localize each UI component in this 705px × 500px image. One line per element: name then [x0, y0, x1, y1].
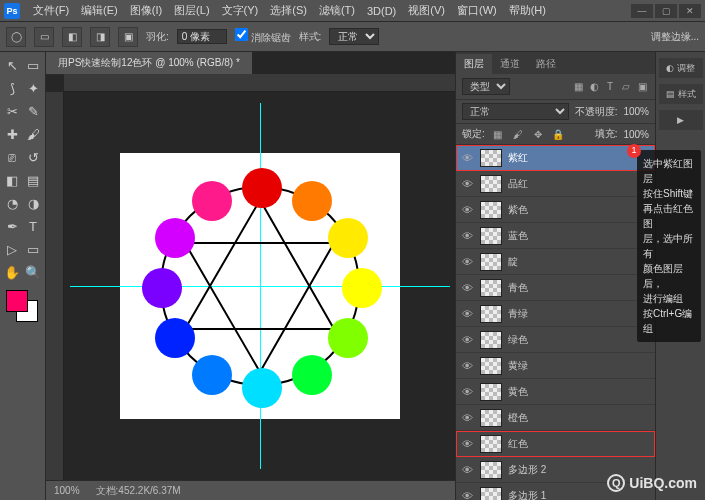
minimize-button[interactable]: — [631, 4, 653, 18]
filter-smart-icon[interactable]: ▣ [635, 80, 649, 94]
type-tool-icon[interactable]: T [23, 215, 43, 237]
marquee-sub-icon[interactable]: ◨ [90, 27, 110, 47]
crop-tool-icon[interactable]: ✂ [2, 100, 22, 122]
visibility-icon[interactable]: 👁 [460, 386, 474, 398]
tool-preset-icon[interactable]: ◯ [6, 27, 26, 47]
antialias-checkbox[interactable]: 消除锯齿 [235, 28, 291, 45]
eyedropper-tool-icon[interactable]: ✎ [23, 100, 43, 122]
visibility-icon[interactable]: 👁 [460, 334, 474, 346]
fill-value[interactable]: 100% [623, 129, 649, 140]
play-icon[interactable]: ▶ [659, 110, 703, 130]
filter-type-icon[interactable]: T [603, 80, 617, 94]
visibility-icon[interactable]: 👁 [460, 256, 474, 268]
menu-item[interactable]: 视图(V) [403, 1, 450, 20]
menu-item[interactable]: 窗口(W) [452, 1, 502, 20]
filter-adjust-icon[interactable]: ◐ [587, 80, 601, 94]
opacity-value[interactable]: 100% [623, 106, 649, 117]
styles-panel-button[interactable]: ▤ 样式 [659, 84, 703, 104]
visibility-icon[interactable]: 👁 [460, 282, 474, 294]
layer-thumb [480, 435, 502, 453]
refine-edge-button[interactable]: 调整边缘... [651, 30, 699, 44]
menu-item[interactable]: 图层(L) [169, 1, 214, 20]
blend-mode-select[interactable]: 正常 [462, 103, 569, 120]
layer-row[interactable]: 👁品红 [456, 171, 655, 197]
menu-item[interactable]: 文件(F) [28, 1, 74, 20]
brush-tool-icon[interactable]: 🖌 [23, 123, 43, 145]
visibility-icon[interactable]: 👁 [460, 178, 474, 190]
marquee-intersect-icon[interactable]: ▣ [118, 27, 138, 47]
tab-paths[interactable]: 路径 [528, 54, 564, 74]
menu-item[interactable]: 帮助(H) [504, 1, 551, 20]
layer-row[interactable]: 👁黄绿 [456, 353, 655, 379]
visibility-icon[interactable]: 👁 [460, 152, 474, 164]
menu-item[interactable]: 滤镜(T) [314, 1, 360, 20]
marquee-add-icon[interactable]: ◧ [62, 27, 82, 47]
menu-item[interactable]: 图像(I) [125, 1, 167, 20]
artboard [120, 153, 400, 419]
pen-tool-icon[interactable]: ✒ [2, 215, 22, 237]
path-tool-icon[interactable]: ▷ [2, 238, 22, 260]
zoom-tool-icon[interactable]: 🔍 [23, 261, 43, 283]
tab-channels[interactable]: 通道 [492, 54, 528, 74]
fill-label: 填充: [595, 127, 618, 141]
layer-row[interactable]: 👁绿色 [456, 327, 655, 353]
visibility-icon[interactable]: 👁 [460, 438, 474, 450]
layer-row[interactable]: 👁红色 [456, 431, 655, 457]
layer-row[interactable]: 👁橙色 [456, 405, 655, 431]
history-brush-icon[interactable]: ↺ [23, 146, 43, 168]
lock-all-icon[interactable]: 🔒 [551, 127, 565, 141]
blur-tool-icon[interactable]: ◔ [2, 192, 22, 214]
marquee-new-icon[interactable]: ▭ [34, 27, 54, 47]
eraser-tool-icon[interactable]: ◧ [2, 169, 22, 191]
layer-row[interactable]: 👁黄色 [456, 379, 655, 405]
fg-color-swatch[interactable] [6, 290, 28, 312]
close-button[interactable]: ✕ [679, 4, 701, 18]
shape-tool-icon[interactable]: ▭ [23, 238, 43, 260]
marquee-tool-icon[interactable]: ▭ [23, 54, 43, 76]
visibility-icon[interactable]: 👁 [460, 230, 474, 242]
layer-row[interactable]: 👁蓝色 [456, 223, 655, 249]
color-swatches[interactable] [2, 288, 43, 324]
filter-pixel-icon[interactable]: ▦ [571, 80, 585, 94]
heal-tool-icon[interactable]: ✚ [2, 123, 22, 145]
lock-trans-icon[interactable]: ▦ [491, 127, 505, 141]
filter-shape-icon[interactable]: ▱ [619, 80, 633, 94]
move-tool-icon[interactable]: ↖ [2, 54, 22, 76]
layer-row[interactable]: 👁靛 [456, 249, 655, 275]
menu-item[interactable]: 文字(Y) [217, 1, 264, 20]
filter-kind-select[interactable]: 类型 [462, 78, 510, 95]
panel-tabs: 图层 通道 路径 [456, 52, 655, 74]
hand-tool-icon[interactable]: ✋ [2, 261, 22, 283]
lasso-tool-icon[interactable]: ⟆ [2, 77, 22, 99]
lock-pos-icon[interactable]: ✥ [531, 127, 545, 141]
zoom-level[interactable]: 100% [54, 485, 80, 496]
lock-paint-icon[interactable]: 🖌 [511, 127, 525, 141]
layer-row[interactable]: 👁青绿 [456, 301, 655, 327]
layer-row[interactable]: 👁紫红 [456, 145, 655, 171]
adjustments-panel-button[interactable]: ◐ 调整 [659, 58, 703, 78]
document-tab[interactable]: 用PS快速绘制12色环 @ 100% (RGB/8) * [46, 52, 252, 75]
style-label: 样式: [299, 30, 322, 44]
visibility-icon[interactable]: 👁 [460, 360, 474, 372]
gradient-tool-icon[interactable]: ▤ [23, 169, 43, 191]
maximize-button[interactable]: ▢ [655, 4, 677, 18]
menu-item[interactable]: 选择(S) [265, 1, 312, 20]
visibility-icon[interactable]: 👁 [460, 308, 474, 320]
menu-item[interactable]: 3D(D) [362, 3, 401, 19]
layer-row[interactable]: 👁紫色 [456, 197, 655, 223]
visibility-icon[interactable]: 👁 [460, 204, 474, 216]
canvas-viewport[interactable] [64, 92, 455, 480]
style-select[interactable]: 正常 [329, 28, 379, 45]
stamp-tool-icon[interactable]: ⎚ [2, 146, 22, 168]
tab-layers[interactable]: 图层 [456, 54, 492, 74]
dodge-tool-icon[interactable]: ◑ [23, 192, 43, 214]
feather-input[interactable] [177, 29, 227, 44]
layer-name: 黄绿 [508, 359, 528, 373]
menu-item[interactable]: 编辑(E) [76, 1, 123, 20]
layer-row[interactable]: 👁青色 [456, 275, 655, 301]
visibility-icon[interactable]: 👁 [460, 412, 474, 424]
wand-tool-icon[interactable]: ✦ [23, 77, 43, 99]
layer-thumb [480, 305, 502, 323]
visibility-icon[interactable]: 👁 [460, 490, 474, 501]
visibility-icon[interactable]: 👁 [460, 464, 474, 476]
